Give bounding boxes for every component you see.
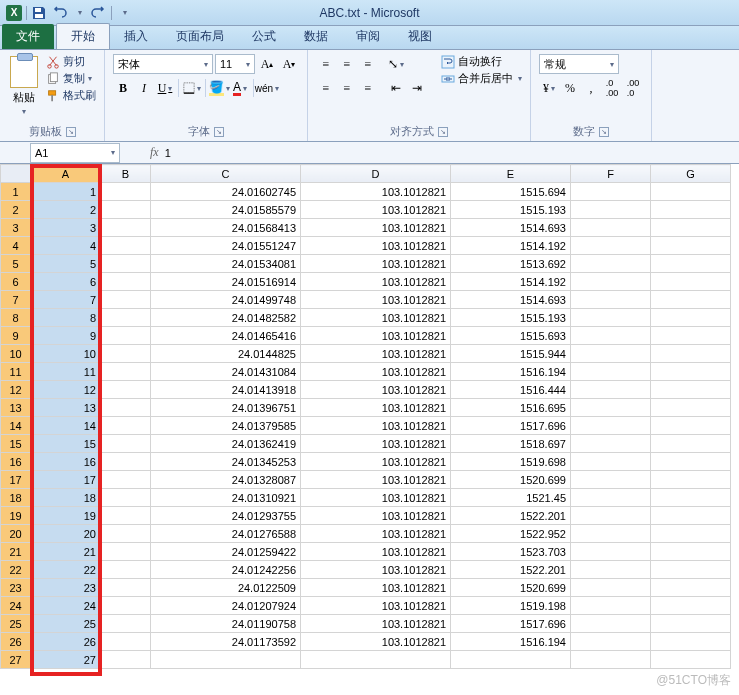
cell-B1[interactable] (101, 183, 151, 201)
cell-G5[interactable] (651, 255, 731, 273)
cell-D2[interactable]: 103.1012821 (301, 201, 451, 219)
tab-2[interactable]: 页面布局 (162, 24, 238, 49)
font-color-button[interactable]: A (230, 78, 250, 98)
cell-B7[interactable] (101, 291, 151, 309)
bold-button[interactable]: B (113, 78, 133, 98)
cell-E22[interactable]: 1522.201 (451, 561, 571, 579)
cell-D4[interactable]: 103.1012821 (301, 237, 451, 255)
cell-B3[interactable] (101, 219, 151, 237)
formula-input[interactable] (163, 145, 563, 161)
cell-C17[interactable]: 24.01328087 (151, 471, 301, 489)
cell-D24[interactable]: 103.1012821 (301, 597, 451, 615)
qat-customize[interactable] (116, 5, 132, 21)
row-header-16[interactable]: 16 (1, 453, 31, 471)
cell-A1[interactable]: 1 (31, 183, 101, 201)
fx-icon[interactable]: fx (150, 145, 159, 160)
cell-E7[interactable]: 1514.693 (451, 291, 571, 309)
cell-D27[interactable] (301, 651, 451, 669)
cell-C6[interactable]: 24.01516914 (151, 273, 301, 291)
cell-G27[interactable] (651, 651, 731, 669)
orientation-button[interactable]: ⤡ (386, 54, 406, 74)
cell-G24[interactable] (651, 597, 731, 615)
cell-C8[interactable]: 24.01482582 (151, 309, 301, 327)
cell-E18[interactable]: 1521.45 (451, 489, 571, 507)
row-header-3[interactable]: 3 (1, 219, 31, 237)
align-middle-button[interactable]: ≡ (337, 54, 357, 74)
cell-G18[interactable] (651, 489, 731, 507)
number-format-combo[interactable]: 常规 (539, 54, 619, 74)
column-header-E[interactable]: E (451, 165, 571, 183)
cell-E17[interactable]: 1520.699 (451, 471, 571, 489)
cell-B19[interactable] (101, 507, 151, 525)
cell-D21[interactable]: 103.1012821 (301, 543, 451, 561)
number-launcher[interactable]: ↘ (599, 127, 609, 137)
cell-C15[interactable]: 24.01362419 (151, 435, 301, 453)
cell-C9[interactable]: 24.01465416 (151, 327, 301, 345)
cell-B15[interactable] (101, 435, 151, 453)
row-header-10[interactable]: 10 (1, 345, 31, 363)
tab-file[interactable]: 文件 (2, 24, 54, 49)
cell-D16[interactable]: 103.1012821 (301, 453, 451, 471)
cell-E3[interactable]: 1514.693 (451, 219, 571, 237)
row-header-22[interactable]: 22 (1, 561, 31, 579)
cell-G4[interactable] (651, 237, 731, 255)
cell-A2[interactable]: 2 (31, 201, 101, 219)
cell-F18[interactable] (571, 489, 651, 507)
row-header-21[interactable]: 21 (1, 543, 31, 561)
fill-color-button[interactable]: 🪣 (209, 78, 229, 98)
column-header-D[interactable]: D (301, 165, 451, 183)
cell-D9[interactable]: 103.1012821 (301, 327, 451, 345)
row-header-23[interactable]: 23 (1, 579, 31, 597)
undo-button[interactable] (51, 5, 67, 21)
cell-D18[interactable]: 103.1012821 (301, 489, 451, 507)
cell-F14[interactable] (571, 417, 651, 435)
cell-F8[interactable] (571, 309, 651, 327)
cell-A10[interactable]: 10 (31, 345, 101, 363)
tab-3[interactable]: 公式 (238, 24, 290, 49)
cell-D17[interactable]: 103.1012821 (301, 471, 451, 489)
cell-C27[interactable] (151, 651, 301, 669)
cell-F17[interactable] (571, 471, 651, 489)
cell-F27[interactable] (571, 651, 651, 669)
cell-C22[interactable]: 24.01242256 (151, 561, 301, 579)
row-header-7[interactable]: 7 (1, 291, 31, 309)
cell-G16[interactable] (651, 453, 731, 471)
cell-A9[interactable]: 9 (31, 327, 101, 345)
cell-F16[interactable] (571, 453, 651, 471)
cell-D20[interactable]: 103.1012821 (301, 525, 451, 543)
cell-F15[interactable] (571, 435, 651, 453)
grow-font-button[interactable]: A▴ (257, 54, 277, 74)
column-header-B[interactable]: B (101, 165, 151, 183)
indent-decrease-button[interactable]: ⇤ (386, 78, 406, 98)
cell-C25[interactable]: 24.01190758 (151, 615, 301, 633)
cell-B20[interactable] (101, 525, 151, 543)
cell-D3[interactable]: 103.1012821 (301, 219, 451, 237)
cell-B17[interactable] (101, 471, 151, 489)
column-header-G[interactable]: G (651, 165, 731, 183)
cell-B22[interactable] (101, 561, 151, 579)
row-header-11[interactable]: 11 (1, 363, 31, 381)
cell-F13[interactable] (571, 399, 651, 417)
cell-G21[interactable] (651, 543, 731, 561)
cell-C10[interactable]: 24.0144825 (151, 345, 301, 363)
cell-A22[interactable]: 22 (31, 561, 101, 579)
increase-decimal-button[interactable]: .0.00 (602, 78, 622, 98)
name-box[interactable]: A1 (30, 143, 120, 163)
row-header-25[interactable]: 25 (1, 615, 31, 633)
cell-D15[interactable]: 103.1012821 (301, 435, 451, 453)
cell-G13[interactable] (651, 399, 731, 417)
font-size-combo[interactable]: 11 (215, 54, 255, 74)
cell-F7[interactable] (571, 291, 651, 309)
tab-1[interactable]: 插入 (110, 24, 162, 49)
cell-C12[interactable]: 24.01413918 (151, 381, 301, 399)
format-painter-button[interactable]: 格式刷 (46, 88, 96, 103)
cell-F23[interactable] (571, 579, 651, 597)
cell-B13[interactable] (101, 399, 151, 417)
cell-E8[interactable]: 1515.193 (451, 309, 571, 327)
cell-G8[interactable] (651, 309, 731, 327)
row-header-13[interactable]: 13 (1, 399, 31, 417)
cell-A11[interactable]: 11 (31, 363, 101, 381)
cell-A27[interactable]: 27 (31, 651, 101, 669)
shrink-font-button[interactable]: A▾ (279, 54, 299, 74)
cell-C1[interactable]: 24.01602745 (151, 183, 301, 201)
